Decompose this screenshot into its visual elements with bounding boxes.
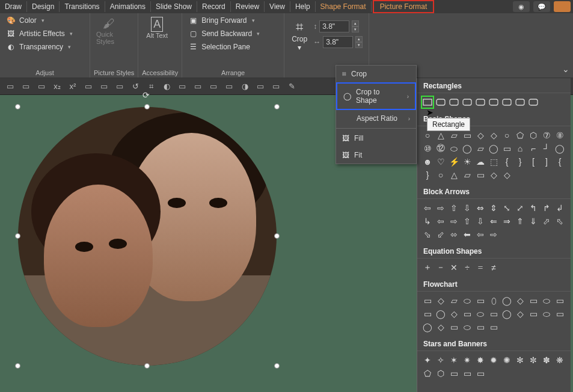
shape-option[interactable]: ⇩ <box>475 216 486 227</box>
qat-btn[interactable]: ◐ <box>160 80 173 93</box>
qat-btn[interactable]: ✎ <box>285 80 298 93</box>
qat-btn[interactable]: ▭ <box>222 80 236 93</box>
shape-option[interactable]: ☀ <box>462 156 473 167</box>
tab-draw[interactable]: Draw <box>0 1 27 12</box>
shape-option[interactable]: ↱ <box>541 203 552 213</box>
shape-option[interactable]: ✼ <box>528 355 539 366</box>
shape-option[interactable]: ✹ <box>488 355 499 366</box>
shape-option[interactable]: ▭ <box>528 295 539 306</box>
shape-option[interactable]: △ <box>435 130 446 141</box>
shape-option[interactable]: ⬂ <box>422 229 433 240</box>
tab-picture-format[interactable]: Picture Format <box>373 0 435 13</box>
shape-option[interactable]: ⇒ <box>501 216 512 227</box>
shape-option[interactable]: ▭ <box>462 130 473 141</box>
shape-option[interactable]: ▭ <box>422 295 433 306</box>
shape-option[interactable]: ⬭ <box>541 308 552 319</box>
selected-image[interactable]: ⟳ <box>18 107 277 366</box>
shape-option[interactable]: ▭ <box>462 308 473 319</box>
shape-option[interactable]: ◇ <box>488 170 499 180</box>
shape-option[interactable]: ⬭ <box>475 308 486 319</box>
shape-option[interactable]: ≠ <box>488 262 499 273</box>
resize-handle[interactable] <box>15 233 20 239</box>
qat-btn[interactable]: x² <box>66 80 79 93</box>
shape-option[interactable]: ❋ <box>554 355 565 366</box>
share-button[interactable] <box>554 1 571 12</box>
shape-option[interactable]: ┘ <box>541 143 552 154</box>
shape-option[interactable]: ⇦ <box>435 216 446 227</box>
transparency-button[interactable]: ◐Transparency▾ <box>4 41 86 53</box>
alt-text-button[interactable]: A Alt Text <box>142 14 172 41</box>
crop-menu-fill[interactable]: 🖼Fill <box>336 130 416 147</box>
shape-option[interactable]: ◯ <box>501 295 512 306</box>
shape-option[interactable]: ⑫ <box>435 143 446 154</box>
shape-option[interactable]: ◯ <box>501 308 512 319</box>
height-up[interactable]: ▴ <box>352 20 359 26</box>
shape-option[interactable]: ⬠ <box>515 130 526 141</box>
shape-option[interactable]: ◇ <box>515 308 526 319</box>
shape-option[interactable]: ⇦ <box>475 229 486 240</box>
tab-view[interactable]: View <box>265 1 290 12</box>
shape-option[interactable]: } <box>422 170 433 180</box>
shape-option[interactable]: ⬃ <box>435 229 446 240</box>
shape-option[interactable]: ◯ <box>435 308 446 319</box>
crop-menu-to-shape[interactable]: ◯Crop to Shape› <box>336 82 416 110</box>
shape-option[interactable]: ⬭ <box>541 295 552 306</box>
tab-design[interactable]: Design <box>27 1 60 12</box>
shape-option[interactable]: ↲ <box>554 203 565 213</box>
shape-option[interactable]: ⇕ <box>488 203 499 213</box>
qat-btn[interactable]: ▭ <box>254 80 267 93</box>
width-field[interactable]: ↔ ▴▾ <box>313 36 363 48</box>
shape-option[interactable]: ⬡ <box>528 130 539 141</box>
shape-option[interactable]: ▭ <box>422 308 433 319</box>
shape-option[interactable]: ○ <box>501 130 512 141</box>
shape-option[interactable]: ⤢ <box>515 203 526 213</box>
shape-option[interactable]: ▭ <box>475 322 486 332</box>
qat-btn[interactable]: x₂ <box>51 80 64 93</box>
resize-handle[interactable] <box>15 363 20 369</box>
shape-option[interactable]: － <box>435 262 446 273</box>
shape-option[interactable]: ▱ <box>475 143 486 154</box>
shape-option[interactable]: ◇ <box>475 130 486 141</box>
shape-option[interactable] <box>501 97 512 108</box>
rotate-handle[interactable]: ⟳ <box>142 90 152 100</box>
height-field[interactable]: ↕ ▴▾ <box>313 20 363 32</box>
shape-option[interactable]: ⤡ <box>501 203 512 213</box>
shape-option[interactable]: ✽ <box>541 355 552 366</box>
crop-button[interactable]: ⌗ Crop ▾ <box>288 17 311 54</box>
resize-handle[interactable] <box>274 233 280 239</box>
tab-slideshow[interactable]: Slide Show <box>151 1 197 12</box>
shape-option[interactable]: ✷ <box>462 355 473 366</box>
resize-handle[interactable] <box>144 363 150 369</box>
shape-option[interactable]: ⬭ <box>462 295 473 306</box>
artistic-effects-button[interactable]: 🖼Artistic Effects▾ <box>4 28 86 40</box>
shape-option[interactable]: ⬡ <box>435 368 446 379</box>
shape-option[interactable]: ☻ <box>422 156 433 167</box>
crop-menu-crop[interactable]: ⌗Crop <box>336 66 416 82</box>
shape-option[interactable]: ◯ <box>422 322 433 332</box>
shape-option[interactable]: ⬀ <box>541 216 552 227</box>
crop-menu-aspect[interactable]: Aspect Ratio› <box>336 110 416 127</box>
shape-option[interactable] <box>449 97 459 108</box>
selection-pane-button[interactable]: ☰Selection Pane <box>186 41 280 53</box>
shape-option[interactable]: ◇ <box>488 130 499 141</box>
shape-option[interactable]: ☁ <box>475 156 486 167</box>
shape-option[interactable] <box>515 97 526 108</box>
shape-option[interactable]: ▱ <box>449 295 459 306</box>
shape-option[interactable]: ▭ <box>475 170 486 180</box>
shape-option[interactable]: ＝ <box>475 262 486 273</box>
shape-option[interactable]: ○ <box>422 130 433 141</box>
crop-menu-fit[interactable]: 🖼Fit <box>336 147 416 164</box>
shape-option[interactable]: ▱ <box>462 170 473 180</box>
shape-option[interactable]: ♡ <box>435 156 446 167</box>
shape-option[interactable]: △ <box>449 170 459 180</box>
shape-option[interactable]: ⇨ <box>488 229 499 240</box>
shape-option[interactable]: ▭ <box>449 368 459 379</box>
shape-option[interactable]: ⇧ <box>462 216 473 227</box>
shape-option[interactable]: ⬅ <box>462 229 473 240</box>
qat-btn[interactable]: ▭ <box>35 80 48 93</box>
shape-option[interactable]: ◯ <box>554 143 565 154</box>
shape-option[interactable]: ▭ <box>554 295 565 306</box>
tab-record[interactable]: Record <box>197 1 231 12</box>
shape-option[interactable]: ⑩ <box>422 143 433 154</box>
shape-option[interactable]: ▭ <box>462 368 473 379</box>
